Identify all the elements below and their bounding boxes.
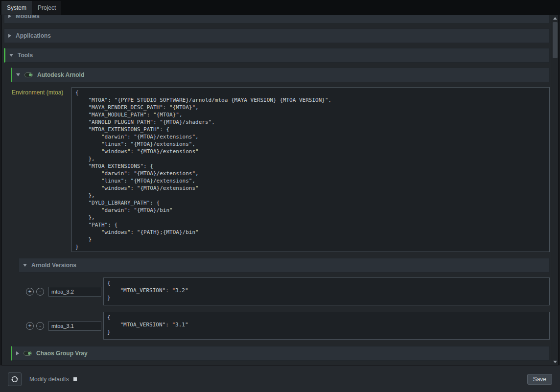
modified-indicator — [73, 377, 77, 381]
tools-section-body: Autodesk Arnold Environment (mtoa) { "MT… — [10, 68, 551, 361]
vertical-scrollbar[interactable] — [552, 15, 558, 365]
version-row-controls: + - — [26, 322, 44, 330]
version-key-input[interactable] — [48, 287, 101, 297]
section-title-arnold-versions: Arnold Versions — [31, 262, 76, 269]
section-header-arnold-versions[interactable]: Arnold Versions — [19, 258, 550, 273]
section-header-modules[interactable]: Modules — [4, 15, 550, 23]
chevron-right-icon — [16, 351, 19, 355]
arnold-section-body: Environment (mtoa) { "MTOA": "{PYPE_STUD… — [10, 87, 551, 340]
tab-system[interactable]: System — [1, 1, 32, 15]
remove-version-button[interactable]: - — [36, 288, 44, 296]
save-button[interactable]: Save — [527, 374, 552, 385]
triangle-down-icon — [553, 361, 557, 363]
chevron-right-icon — [8, 34, 11, 38]
version-row: + - { "MTOA_VERSION": "3.1" } — [19, 312, 550, 340]
toggle-knob-icon — [28, 352, 31, 355]
environment-json-input[interactable]: { "MTOA": "{PYPE_STUDIO_SOFTWARE}/arnold… — [71, 87, 550, 252]
arnold-enabled-toggle[interactable] — [24, 72, 33, 77]
triangle-up-icon — [553, 17, 557, 20]
version-row: + - { "MTOA_VERSION": "3.2" } — [19, 277, 550, 305]
add-version-button[interactable]: + — [26, 322, 34, 330]
section-title-chaos-group-vray: Chaos Group Vray — [36, 350, 88, 357]
scroll-up-button[interactable] — [552, 15, 558, 22]
settings-window: System Project Modules Applications Tool… — [0, 0, 560, 392]
section-title-applications: Applications — [16, 32, 51, 39]
tab-bar: System Project — [0, 0, 560, 15]
toggle-knob-icon — [29, 73, 32, 76]
version-json-input[interactable]: { "MTOA_VERSION": "3.2" } — [103, 277, 550, 305]
section-title-modules: Modules — [16, 15, 40, 20]
chevron-right-icon — [8, 15, 11, 18]
section-header-chaos-group-vray[interactable]: Chaos Group Vray — [11, 346, 550, 361]
section-header-applications[interactable]: Applications — [4, 28, 550, 43]
chevron-down-icon — [23, 264, 27, 267]
version-key-input[interactable] — [48, 321, 101, 331]
version-json-input[interactable]: { "MTOA_VERSION": "3.1" } — [103, 312, 550, 340]
environment-label: Environment (mtoa) — [12, 87, 71, 96]
section-header-tools[interactable]: Tools — [4, 48, 550, 63]
modify-defaults-label: Modify defaults — [29, 376, 69, 383]
environment-row: Environment (mtoa) { "MTOA": "{PYPE_STUD… — [12, 87, 550, 252]
arnold-versions-body: + - { "MTOA_VERSION": "3.2" } + — [19, 273, 550, 340]
version-row-controls: + - — [26, 288, 44, 296]
section-header-autodesk-arnold[interactable]: Autodesk Arnold — [11, 68, 550, 82]
refresh-button[interactable] — [8, 372, 22, 386]
section-title-tools: Tools — [18, 52, 33, 59]
chevron-down-icon — [9, 54, 13, 57]
vray-enabled-toggle[interactable] — [23, 351, 32, 356]
refresh-icon — [11, 375, 19, 383]
add-version-button[interactable]: + — [26, 288, 34, 296]
section-title-autodesk-arnold: Autodesk Arnold — [37, 71, 84, 78]
arnold-versions-section: Arnold Versions + - { "MTOA_VERSION — [19, 258, 550, 340]
chevron-down-icon — [16, 73, 20, 76]
settings-main-area: Modules Applications Tools Autod — [1, 15, 559, 366]
remove-version-button[interactable]: - — [36, 322, 44, 330]
footer-bar: Modify defaults Save — [0, 366, 560, 392]
tab-project[interactable]: Project — [32, 1, 61, 15]
settings-content: Modules Applications Tools Autod — [2, 15, 552, 365]
scroll-down-button[interactable] — [552, 359, 558, 365]
scrollbar-thumb[interactable] — [553, 22, 558, 58]
